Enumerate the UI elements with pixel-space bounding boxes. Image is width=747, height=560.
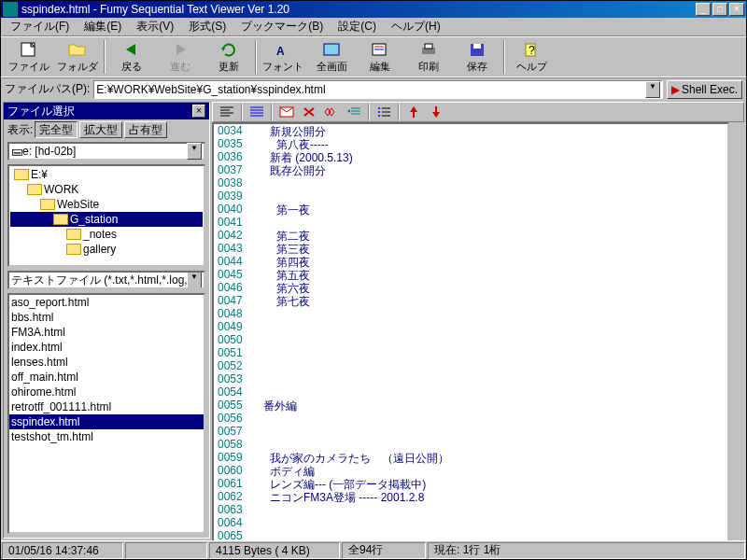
line-text: 新着 (2000.5.13) [251, 150, 353, 163]
line-number: 0049 [214, 320, 251, 333]
line-text: レンズ編--- (一部データ掲載中) [251, 477, 426, 490]
drive-selector[interactable]: 🖴 e: [hd-02b] ▼ [7, 142, 205, 161]
minimize-button[interactable]: _ [696, 3, 711, 16]
status-bytes: 4115 Bytes ( 4 KB) [209, 542, 340, 559]
tb-print[interactable]: 印刷 [404, 38, 453, 76]
tb-save[interactable]: 保存 [453, 38, 501, 76]
sidebar-close-button[interactable]: × [192, 105, 205, 118]
file-item[interactable]: testshot_tm.html [9, 429, 204, 444]
vertical-scrollbar[interactable] [729, 122, 744, 540]
text-line: 0056 [214, 412, 727, 425]
status-lines: 全94行 [342, 542, 426, 559]
tb-file[interactable]: ファイル [5, 38, 53, 76]
menu-settings[interactable]: 設定(C) [331, 17, 384, 36]
tree-item[interactable]: WORK [10, 182, 203, 197]
filter-dropdown-button[interactable]: ▼ [187, 272, 202, 288]
tb-font[interactable]: Aフォント [259, 38, 307, 76]
tb-forward[interactable]: 進む [156, 38, 204, 76]
tb-editor[interactable]: 編集 [356, 38, 404, 76]
text-line: 0065 [214, 529, 727, 540]
menu-edit[interactable]: 編集(E) [77, 17, 129, 36]
diamond-icon[interactable] [321, 103, 342, 121]
tb-back[interactable]: 戻る [107, 38, 156, 76]
indent-icon[interactable] [344, 103, 364, 121]
up-arrow-icon[interactable] [403, 103, 424, 121]
shell-exec-button[interactable]: ▶ Shell Exec. [667, 80, 742, 99]
opt-occupy-button[interactable]: 占有型 [124, 121, 167, 138]
editor-icon [371, 40, 389, 59]
file-item[interactable]: off_main.html [9, 370, 204, 385]
text-line: 0036 新着 (2000.5.13) [214, 150, 727, 163]
tb-help[interactable]: ?ヘルプ [507, 38, 556, 76]
svg-text:?: ? [529, 44, 535, 57]
text-line: 0034 新規公開分 [214, 124, 727, 137]
tree-item[interactable]: G_station [10, 212, 203, 227]
down-arrow-icon[interactable] [426, 103, 446, 121]
tree-item[interactable]: gallery [10, 242, 203, 257]
separator [241, 104, 243, 120]
mail-icon[interactable] [276, 103, 297, 121]
file-item[interactable]: ohirome.html [9, 385, 204, 399]
cancel-icon[interactable] [299, 103, 319, 121]
tb-fullscreen[interactable]: 全画面 [307, 38, 356, 76]
maximize-button[interactable]: □ [712, 3, 727, 16]
svg-point-26 [378, 115, 380, 117]
list-icon[interactable] [374, 103, 394, 121]
file-item[interactable]: retrotff_001111.html [9, 399, 204, 414]
text-line: 0038 [214, 176, 727, 189]
menu-file[interactable]: ファイル(F) [3, 17, 77, 36]
tree-item[interactable]: WebSite [10, 197, 203, 212]
opt-full-button[interactable]: 完全型 [35, 121, 78, 138]
file-filter[interactable]: テキストファイル (*.txt,*.html,*.log,*.csv) ▼ [7, 271, 205, 289]
file-item[interactable]: sspindex.html [9, 414, 204, 429]
separator [255, 40, 257, 74]
align-left-icon[interactable] [217, 103, 237, 121]
menu-view[interactable]: 表示(V) [129, 17, 181, 36]
display-label: 表示: [7, 122, 33, 138]
line-text: 番外編 [251, 399, 297, 412]
content-toolbar [212, 102, 744, 122]
sidebar-title: ファイル選択 × [4, 103, 209, 119]
tb-folder[interactable]: フォルダ [53, 38, 102, 76]
path-input[interactable] [96, 83, 645, 96]
tree-label: WebSite [57, 198, 99, 211]
text-line: 0035 第八夜----- [214, 137, 727, 150]
file-item[interactable]: FM3A.html [9, 325, 204, 340]
file-item[interactable]: lenses.html [9, 355, 204, 370]
tree-item[interactable]: E:¥ [10, 167, 203, 182]
titlebar[interactable]: sspindex.html - Fumy Sequential Text Vie… [1, 1, 746, 18]
text-line: 0054 [214, 385, 727, 399]
align-justify-icon[interactable] [247, 103, 267, 121]
file-item[interactable]: aso_report.html [9, 295, 204, 310]
opt-expand-button[interactable]: 拡大型 [79, 121, 122, 138]
file-item[interactable]: bbs.html [9, 310, 204, 325]
file-icon [20, 40, 38, 59]
path-dropdown-button[interactable]: ▼ [645, 81, 660, 98]
line-text: ニコンFM3A登場 ----- 2001.2.8 [251, 490, 424, 503]
file-item[interactable]: index.html [9, 340, 204, 355]
menu-bookmark[interactable]: ブックマーク(B) [233, 17, 331, 36]
menu-help[interactable]: ヘルプ(H) [384, 17, 448, 36]
separator [104, 40, 106, 74]
tree-item[interactable]: _notes [10, 227, 203, 242]
tb-refresh[interactable]: 更新 [204, 38, 253, 76]
folder-tree[interactable]: E:¥WORKWebSiteG_station_notesgallery [7, 164, 205, 267]
line-number: 0040 [214, 203, 251, 216]
line-text: 第四夜 [251, 255, 310, 268]
separator [271, 104, 273, 120]
line-number: 0058 [214, 438, 251, 451]
close-button[interactable]: × [729, 3, 744, 16]
file-list[interactable]: aso_report.htmlbbs.htmlFM3A.htmlindex.ht… [7, 293, 205, 534]
line-number: 0064 [214, 516, 251, 529]
help-icon: ? [522, 40, 541, 59]
line-number: 0051 [214, 346, 251, 359]
save-icon [468, 40, 486, 59]
drive-dropdown-button[interactable]: ▼ [187, 143, 202, 160]
line-number: 0063 [214, 503, 251, 516]
text-content[interactable]: 0034 新規公開分0035 第八夜-----0036 新着 (2000.5.1… [212, 122, 729, 540]
tree-label: gallery [83, 243, 116, 256]
text-line: 0044 第四夜 [214, 255, 727, 268]
separator [503, 40, 505, 74]
menu-format[interactable]: 形式(S) [181, 17, 233, 36]
line-text: 新規公開分 [251, 124, 326, 137]
